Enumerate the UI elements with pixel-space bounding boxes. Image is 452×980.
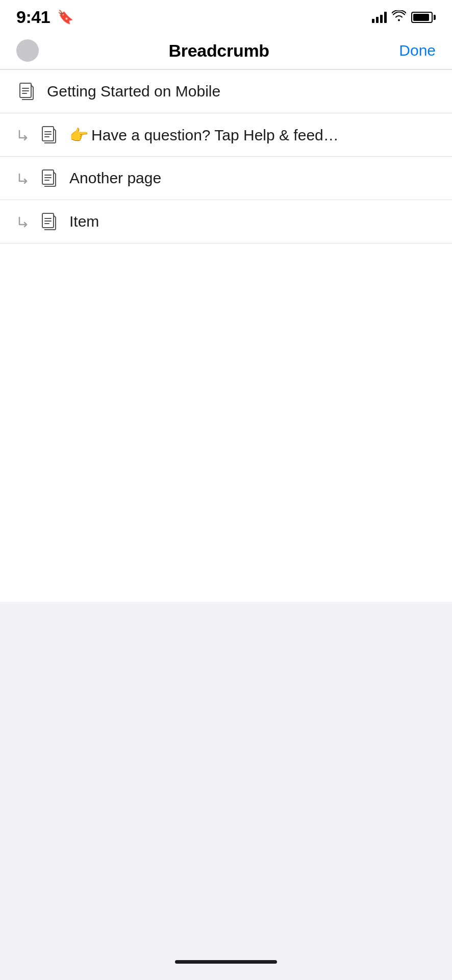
list-item[interactable]: Getting Started on Mobile [0,70,452,113]
page-icon [39,211,59,232]
status-bar: 9:41 🔖 [0,0,452,32]
list-item[interactable]: Item [0,200,452,243]
bottom-area [0,602,452,980]
page-icon [39,125,59,145]
indent-arrow-icon [16,128,31,142]
item-emoji: 👉 [69,127,88,143]
battery-icon [411,12,436,23]
home-indicator [175,960,277,964]
status-right [372,10,436,24]
bookmark-icon: 🔖 [57,9,73,25]
back-button[interactable] [16,39,39,62]
done-button[interactable]: Done [399,42,436,59]
indent-arrow-icon [16,171,31,185]
status-time: 9:41 [16,7,50,27]
item-label: 👉Have a question? Tap Help & feed… [69,126,436,144]
status-left: 9:41 🔖 [16,7,73,27]
item-label: Item [69,213,436,230]
list-item[interactable]: 👉Have a question? Tap Help & feed… [0,113,452,157]
page-icon [39,168,59,188]
indent-arrow-icon [16,214,31,229]
item-label: Another page [69,169,436,187]
page-icon [16,81,37,102]
item-label: Getting Started on Mobile [47,83,436,100]
nav-bar: Breadcrumb Done [0,32,452,69]
list-item[interactable]: Another page [0,157,452,200]
breadcrumb-list: Getting Started on Mobile 👉Have a questi… [0,70,452,602]
wifi-icon [392,10,406,24]
page-title: Breadcrumb [169,41,269,61]
signal-icon [372,12,387,23]
